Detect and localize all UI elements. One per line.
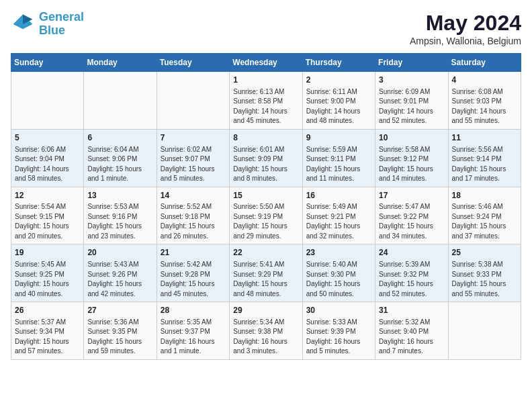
calendar-cell: 15Sunrise: 5:50 AMSunset: 9:19 PMDayligh…: [230, 187, 302, 244]
cell-info: Sunrise: 5:37 AMSunset: 9:34 PMDaylight:…: [15, 318, 80, 357]
calendar-cell: 1Sunrise: 6:13 AMSunset: 8:58 PMDaylight…: [230, 72, 302, 130]
day-number: 16: [306, 190, 371, 201]
cell-info: Sunrise: 5:54 AMSunset: 9:15 PMDaylight:…: [15, 202, 80, 241]
day-number: 11: [452, 132, 517, 144]
calendar-cell: 26Sunrise: 5:37 AMSunset: 9:34 PMDayligh…: [11, 302, 84, 360]
calendar-cell: 5Sunrise: 6:06 AMSunset: 9:04 PMDaylight…: [11, 129, 84, 187]
cell-info: Sunrise: 5:36 AMSunset: 9:35 PMDaylight:…: [87, 318, 152, 357]
cell-info: Sunrise: 5:41 AMSunset: 9:29 PMDaylight:…: [233, 260, 298, 299]
cell-info: Sunrise: 6:11 AMSunset: 9:00 PMDaylight:…: [306, 87, 371, 126]
cell-info: Sunrise: 5:40 AMSunset: 9:30 PMDaylight:…: [306, 260, 371, 299]
calendar-cell: 29Sunrise: 5:34 AMSunset: 9:38 PMDayligh…: [230, 302, 302, 360]
calendar-cell: 20Sunrise: 5:43 AMSunset: 9:26 PMDayligh…: [84, 244, 157, 302]
header-cell-thursday: Thursday: [302, 54, 375, 72]
calendar-cell: 9Sunrise: 5:59 AMSunset: 9:11 PMDaylight…: [302, 129, 375, 187]
calendar-cell: 7Sunrise: 6:02 AMSunset: 9:07 PMDaylight…: [157, 129, 229, 187]
calendar-cell: [84, 72, 157, 130]
calendar-cell: 3Sunrise: 6:09 AMSunset: 9:01 PMDaylight…: [375, 72, 448, 130]
day-number: 19: [15, 247, 80, 259]
calendar-cell: 2Sunrise: 6:11 AMSunset: 9:00 PMDaylight…: [302, 72, 375, 130]
calendar-cell: 8Sunrise: 6:01 AMSunset: 9:09 PMDaylight…: [230, 129, 302, 187]
day-number: 25: [452, 247, 517, 259]
day-number: 30: [306, 305, 371, 316]
day-number: 22: [233, 247, 298, 259]
calendar-cell: 11Sunrise: 5:56 AMSunset: 9:14 PMDayligh…: [448, 129, 521, 187]
calendar-cell: 6Sunrise: 6:04 AMSunset: 9:06 PMDaylight…: [84, 129, 157, 187]
page-header: General Blue May 2024 Ampsin, Wallonia, …: [11, 11, 521, 46]
day-number: 14: [161, 190, 226, 201]
calendar-cell: 18Sunrise: 5:46 AMSunset: 9:24 PMDayligh…: [448, 187, 521, 244]
calendar-cell: 31Sunrise: 5:32 AMSunset: 9:40 PMDayligh…: [375, 302, 448, 360]
cell-info: Sunrise: 5:45 AMSunset: 9:25 PMDaylight:…: [15, 260, 80, 299]
main-title: May 2024: [410, 11, 521, 36]
day-number: 3: [379, 75, 444, 86]
cell-info: Sunrise: 5:43 AMSunset: 9:26 PMDaylight:…: [87, 260, 152, 299]
header-cell-tuesday: Tuesday: [157, 54, 229, 72]
cell-info: Sunrise: 6:06 AMSunset: 9:04 PMDaylight:…: [15, 145, 80, 184]
header-cell-wednesday: Wednesday: [230, 54, 302, 72]
calendar-cell: 22Sunrise: 5:41 AMSunset: 9:29 PMDayligh…: [230, 244, 302, 302]
calendar-header: SundayMondayTuesdayWednesdayThursdayFrid…: [11, 54, 521, 72]
day-number: 26: [15, 305, 80, 316]
day-number: 31: [379, 305, 444, 316]
day-number: 1: [233, 75, 298, 86]
calendar-cell: 28Sunrise: 5:35 AMSunset: 9:37 PMDayligh…: [157, 302, 229, 360]
calendar-week-4: 19Sunrise: 5:45 AMSunset: 9:25 PMDayligh…: [11, 244, 521, 302]
calendar-cell: 13Sunrise: 5:53 AMSunset: 9:16 PMDayligh…: [84, 187, 157, 244]
cell-info: Sunrise: 6:01 AMSunset: 9:09 PMDaylight:…: [233, 145, 298, 184]
header-cell-monday: Monday: [84, 54, 157, 72]
calendar-cell: 21Sunrise: 5:42 AMSunset: 9:28 PMDayligh…: [157, 244, 229, 302]
calendar-cell: 4Sunrise: 6:08 AMSunset: 9:03 PMDaylight…: [448, 72, 521, 130]
day-number: 6: [87, 132, 152, 144]
calendar-week-5: 26Sunrise: 5:37 AMSunset: 9:34 PMDayligh…: [11, 302, 521, 360]
title-area: May 2024 Ampsin, Wallonia, Belgium: [410, 11, 521, 46]
day-number: 5: [15, 132, 80, 144]
logo-text: General Blue: [39, 11, 84, 38]
calendar-cell: 19Sunrise: 5:45 AMSunset: 9:25 PMDayligh…: [11, 244, 84, 302]
calendar-cell: [11, 72, 84, 130]
calendar-cell: 14Sunrise: 5:52 AMSunset: 9:18 PMDayligh…: [157, 187, 229, 244]
day-number: 13: [87, 190, 152, 201]
day-number: 20: [87, 247, 152, 259]
cell-info: Sunrise: 5:39 AMSunset: 9:32 PMDaylight:…: [379, 260, 444, 299]
logo-icon: [11, 12, 35, 36]
cell-info: Sunrise: 5:52 AMSunset: 9:18 PMDaylight:…: [161, 202, 226, 241]
cell-info: Sunrise: 5:53 AMSunset: 9:16 PMDaylight:…: [87, 202, 152, 241]
day-number: 24: [379, 247, 444, 259]
calendar-cell: [157, 72, 229, 130]
calendar-week-2: 5Sunrise: 6:06 AMSunset: 9:04 PMDaylight…: [11, 129, 521, 187]
cell-info: Sunrise: 5:49 AMSunset: 9:21 PMDaylight:…: [306, 202, 371, 241]
header-cell-sunday: Sunday: [11, 54, 84, 72]
cell-info: Sunrise: 5:33 AMSunset: 9:39 PMDaylight:…: [306, 318, 371, 357]
cell-info: Sunrise: 6:08 AMSunset: 9:03 PMDaylight:…: [452, 87, 517, 126]
header-cell-saturday: Saturday: [448, 54, 521, 72]
calendar-cell: 10Sunrise: 5:58 AMSunset: 9:12 PMDayligh…: [375, 129, 448, 187]
logo: General Blue: [11, 11, 84, 38]
day-number: 2: [306, 75, 371, 86]
cell-info: Sunrise: 5:50 AMSunset: 9:19 PMDaylight:…: [233, 202, 298, 241]
calendar-cell: 24Sunrise: 5:39 AMSunset: 9:32 PMDayligh…: [375, 244, 448, 302]
day-number: 29: [233, 305, 298, 316]
header-cell-friday: Friday: [375, 54, 448, 72]
day-number: 27: [87, 305, 152, 316]
day-number: 12: [15, 190, 80, 201]
day-number: 7: [161, 132, 226, 144]
day-number: 21: [161, 247, 226, 259]
day-number: 8: [233, 132, 298, 144]
cell-info: Sunrise: 6:09 AMSunset: 9:01 PMDaylight:…: [379, 87, 444, 126]
calendar-cell: 16Sunrise: 5:49 AMSunset: 9:21 PMDayligh…: [302, 187, 375, 244]
day-number: 9: [306, 132, 371, 144]
cell-info: Sunrise: 5:38 AMSunset: 9:33 PMDaylight:…: [452, 260, 517, 299]
day-number: 4: [452, 75, 517, 86]
header-row: SundayMondayTuesdayWednesdayThursdayFrid…: [11, 54, 521, 72]
day-number: 28: [161, 305, 226, 316]
day-number: 15: [233, 190, 298, 201]
calendar-week-1: 1Sunrise: 6:13 AMSunset: 8:58 PMDaylight…: [11, 72, 521, 130]
cell-info: Sunrise: 6:02 AMSunset: 9:07 PMDaylight:…: [161, 145, 226, 184]
cell-info: Sunrise: 5:58 AMSunset: 9:12 PMDaylight:…: [379, 145, 444, 184]
cell-info: Sunrise: 5:32 AMSunset: 9:40 PMDaylight:…: [379, 318, 444, 357]
cell-info: Sunrise: 6:13 AMSunset: 8:58 PMDaylight:…: [233, 87, 298, 126]
cell-info: Sunrise: 5:42 AMSunset: 9:28 PMDaylight:…: [161, 260, 226, 299]
calendar-cell: 12Sunrise: 5:54 AMSunset: 9:15 PMDayligh…: [11, 187, 84, 244]
calendar-cell: 17Sunrise: 5:47 AMSunset: 9:22 PMDayligh…: [375, 187, 448, 244]
